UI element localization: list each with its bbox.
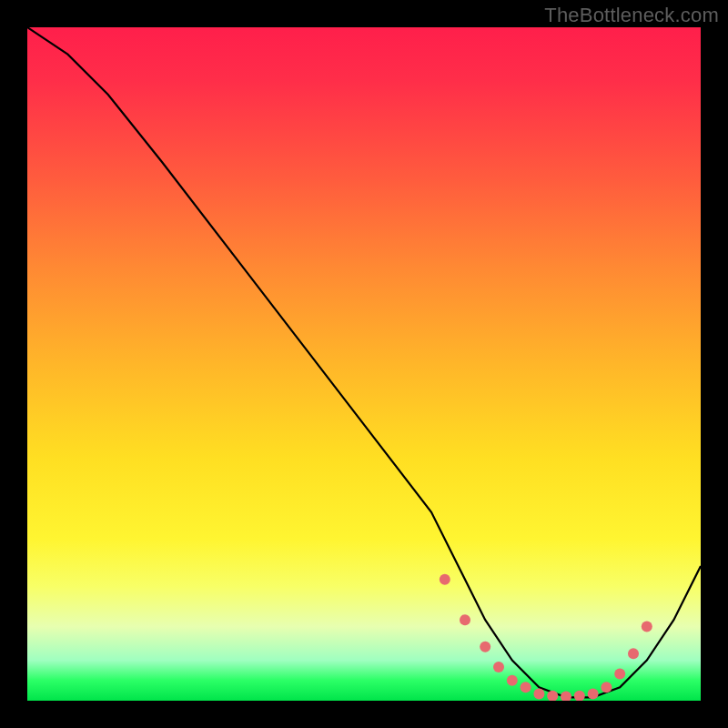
chart-frame xyxy=(27,27,701,701)
marker-dot xyxy=(628,648,639,659)
marker-dot xyxy=(642,622,652,632)
marker-dot xyxy=(521,682,531,693)
marker-dot xyxy=(480,642,490,652)
watermark-text: TheBottleneck.com xyxy=(544,4,719,27)
marker-dot xyxy=(547,691,558,701)
marker-dot xyxy=(440,574,450,585)
marker-dot xyxy=(561,692,571,701)
marker-dot xyxy=(493,662,504,672)
curve-svg xyxy=(27,27,701,701)
marker-dot xyxy=(574,691,585,701)
marker-dot xyxy=(588,689,599,700)
marker-dot xyxy=(507,675,518,686)
marker-dot xyxy=(614,668,625,679)
marker-dot xyxy=(460,614,470,625)
curve-path xyxy=(27,27,701,697)
marker-dot xyxy=(533,689,544,700)
marker-dot xyxy=(601,682,612,693)
